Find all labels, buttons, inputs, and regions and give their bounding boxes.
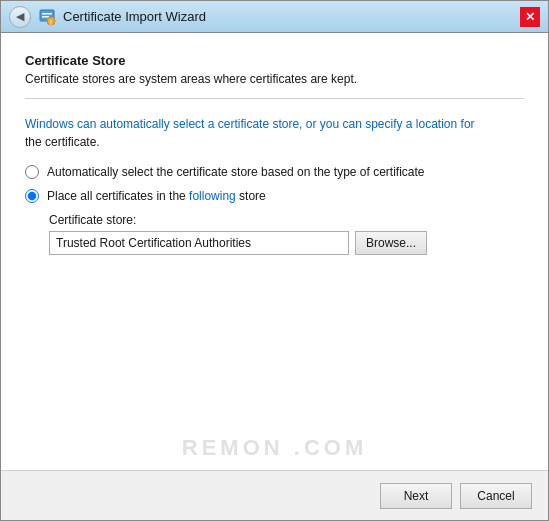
content-area: Certificate Store Certificate stores are… bbox=[1, 33, 548, 470]
section-description: Certificate stores are system areas wher… bbox=[25, 72, 524, 86]
auto-select-radio[interactable] bbox=[25, 165, 39, 179]
svg-rect-2 bbox=[42, 16, 49, 18]
divider bbox=[25, 98, 524, 99]
auto-select-option: Automatically select the certificate sto… bbox=[25, 165, 524, 179]
cert-store-input[interactable] bbox=[49, 231, 349, 255]
cert-store-row: Browse... bbox=[49, 231, 524, 255]
title-bar: ◀ ! Certificate Import Wizard ✕ bbox=[1, 1, 548, 33]
section-title: Certificate Store bbox=[25, 53, 524, 68]
close-button[interactable]: ✕ bbox=[520, 7, 540, 27]
manual-select-label: Place all certificates in the following … bbox=[47, 189, 266, 203]
wizard-icon: ! bbox=[37, 7, 57, 27]
svg-rect-1 bbox=[42, 13, 52, 15]
next-button[interactable]: Next bbox=[380, 483, 452, 509]
back-button[interactable]: ◀ bbox=[9, 6, 31, 28]
cancel-button[interactable]: Cancel bbox=[460, 483, 532, 509]
window-title: Certificate Import Wizard bbox=[63, 9, 206, 24]
footer: Next Cancel bbox=[1, 470, 548, 520]
cert-store-label: Certificate store: bbox=[49, 213, 524, 227]
manual-select-option: Place all certificates in the following … bbox=[25, 189, 524, 203]
info-text: Windows can automatically select a certi… bbox=[25, 115, 524, 151]
svg-text:!: ! bbox=[50, 18, 52, 25]
manual-select-radio[interactable] bbox=[25, 189, 39, 203]
browse-button[interactable]: Browse... bbox=[355, 231, 427, 255]
info-text-continuation: the certificate. bbox=[25, 135, 100, 149]
auto-select-label: Automatically select the certificate sto… bbox=[47, 165, 425, 179]
